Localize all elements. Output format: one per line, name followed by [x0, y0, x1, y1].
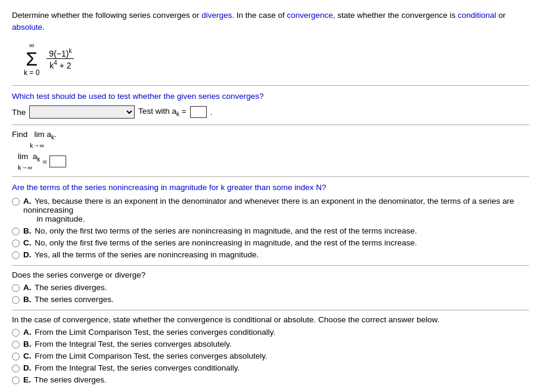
divider-5: [12, 310, 529, 310]
radio-q4-c[interactable]: [12, 353, 20, 360]
intro-paragraph: Determine whether the following series c…: [12, 10, 529, 34]
question-1-text: Which test should be used to test whethe…: [12, 92, 529, 101]
radio-q3-a[interactable]: [12, 284, 20, 292]
options-q3: A. The series diverges. B. The series co…: [12, 283, 529, 304]
options-q2: A. Yes, because there is an exponent in …: [12, 197, 529, 259]
lim-equation-row: lim ak k→∞ =: [18, 152, 529, 172]
options-q4: A. From the Limit Comparison Test, the s…: [12, 328, 529, 384]
conditional-link: conditional: [458, 11, 496, 20]
divider-2: [12, 125, 529, 125]
label-q4-b[interactable]: B. From the Integral Test, the series co…: [23, 340, 232, 349]
radio-q4-d[interactable]: [12, 365, 20, 372]
numerator: 9(−1)k: [46, 48, 74, 60]
test-with-input[interactable]: [190, 106, 207, 118]
sigma-glyph: Σ: [26, 49, 38, 69]
radio-q4-e[interactable]: [12, 377, 20, 384]
radio-q3-b[interactable]: [12, 296, 20, 304]
radio-q4-a[interactable]: [12, 329, 20, 337]
question-4-text: In the case of convergence, state whethe…: [12, 315, 529, 324]
option-q2-c: C. No, only the first five terms of the …: [12, 238, 529, 247]
equals-sign: =: [42, 157, 47, 166]
option-q3-b: B. The series converges.: [12, 295, 529, 304]
divider-1: [12, 85, 529, 86]
test-selection-row: The Alternating Series Test Integral Tes…: [12, 105, 529, 119]
question-3-text: Does the series converge or diverge?: [12, 270, 529, 279]
question-2-text: Are the terms of the series nonincreasin…: [12, 183, 529, 192]
option-q2-b: B. No, only the first two terms of the s…: [12, 226, 529, 235]
label-q4-a[interactable]: A. From the Limit Comparison Test, the s…: [23, 328, 275, 337]
label-q2-b[interactable]: B. No, only the first two terms of the s…: [23, 226, 417, 235]
label-q2-c[interactable]: C. No, only the first five terms of the …: [23, 238, 417, 247]
radio-q4-b[interactable]: [12, 341, 20, 349]
absolute-link: absolute: [12, 23, 42, 32]
lim-text: lim ak k→∞: [18, 152, 40, 172]
option-q3-a: A. The series diverges.: [12, 283, 529, 292]
label-q3-b[interactable]: B. The series converges.: [23, 295, 114, 304]
option-q2-d: D. Yes, all the terms of the series are …: [12, 250, 529, 259]
sigma-bottom: k = 0: [24, 69, 39, 77]
divider-4: [12, 265, 529, 266]
option-q4-e: E. The series diverges.: [12, 375, 529, 384]
fraction: 9(−1)k k4 + 2: [46, 48, 74, 70]
label-q2-a[interactable]: A. Yes, because there is an exponent in …: [23, 197, 529, 223]
label-q3-a[interactable]: A. The series diverges.: [23, 283, 107, 292]
label-q4-d[interactable]: D. From the Integral Test, the series co…: [23, 363, 240, 372]
label-q4-c[interactable]: C. From the Limit Comparison Test, the s…: [23, 351, 268, 360]
label-q2-d[interactable]: D. Yes, all the terms of the series are …: [23, 250, 259, 259]
find-lim-label: Find lim ak. k→∞: [12, 130, 529, 150]
series-formula: ∞ Σ k = 0 9(−1)k k4 + 2: [24, 41, 529, 77]
radio-q2-b[interactable]: [12, 228, 20, 235]
divider-3: [12, 176, 529, 177]
denominator: k4 + 2: [47, 59, 73, 70]
label-q4-e[interactable]: E. The series diverges.: [23, 375, 107, 384]
radio-q2-c[interactable]: [12, 239, 20, 247]
option-q4-b: B. From the Integral Test, the series co…: [12, 340, 529, 349]
test-with-label: Test with ak =: [138, 107, 186, 117]
lim-answer-input[interactable]: [49, 155, 66, 167]
option-q4-d: D. From the Integral Test, the series co…: [12, 363, 529, 372]
the-label: The: [12, 108, 26, 117]
period-after-input: .: [210, 108, 213, 117]
option-q2-a: A. Yes, because there is an exponent in …: [12, 197, 529, 223]
radio-q2-a[interactable]: [12, 198, 20, 206]
sigma-symbol: ∞ Σ k = 0: [24, 41, 39, 77]
convergence-link: convergence: [287, 11, 333, 20]
option-q4-c: C. From the Limit Comparison Test, the s…: [12, 351, 529, 360]
test-dropdown[interactable]: Alternating Series Test Integral Test Co…: [29, 105, 135, 119]
option-q4-a: A. From the Limit Comparison Test, the s…: [12, 328, 529, 337]
diverges-link: diverges: [201, 11, 232, 20]
radio-q2-d[interactable]: [12, 251, 20, 259]
